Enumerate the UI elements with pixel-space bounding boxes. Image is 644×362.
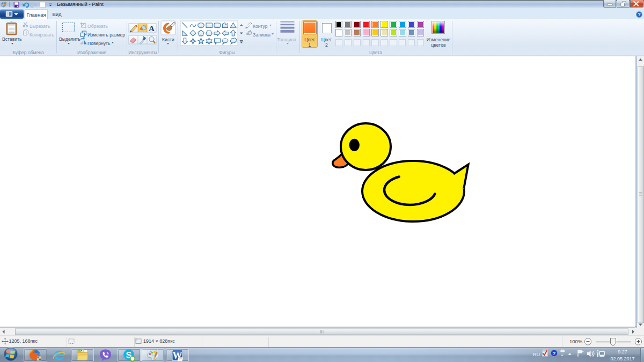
svg-text:A: A xyxy=(149,24,155,33)
svg-text:?: ? xyxy=(638,12,640,17)
svg-text:?: ? xyxy=(553,350,556,356)
